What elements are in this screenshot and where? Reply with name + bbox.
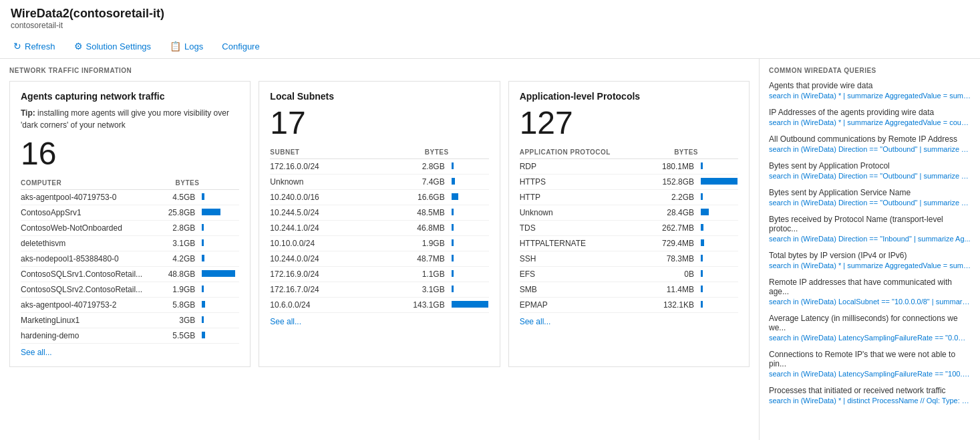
table-row: aks-agentpool-40719753-0 4.5GB [21,190,239,205]
sidebar: COMMON WIREDATA QUERIES Agents that prov… [760,59,980,440]
query-link[interactable]: search in (WireData) * | summarize Aggre… [769,118,971,126]
query-item: Average Latency (in milliseconds) for co… [769,314,971,342]
subnets-card: Local Subnets 17 SUBNET BYTES 172.16.0.0… [259,81,500,367]
table-row: 10.244.5.0/24 48.5MB [270,205,488,221]
query-link[interactable]: search in (WireData) Direction == "Outbo… [769,145,971,153]
query-title: IP Addresses of the agents providing wir… [769,108,971,117]
table-row: SMB 11.4MB [520,282,738,298]
query-link[interactable]: search in (WireData) LatencySamplingFail… [769,370,971,378]
table-row: 172.16.0.0/24 2.8GB [270,159,488,175]
query-item: All Outbound communications by Remote IP… [769,134,971,153]
main-content: NETWORK TRAFFIC INFORMATION Agents captu… [0,59,980,440]
subnets-card-title: Local Subnets [270,91,488,102]
query-link[interactable]: search in (WireData) * | distinct Proces… [769,397,971,405]
agents-table: COMPUTER BYTES aks-agentpool-40719753-0 … [21,177,239,344]
protocols-table: APPLICATION PROTOCOL BYTES RDP 180.1MB H… [520,146,738,313]
query-link[interactable]: search in (WireData) * | summarize Aggre… [769,92,971,100]
table-row: TDS 262.7MB [520,221,738,236]
table-row: Unknown 7.4GB [270,175,488,190]
subnets-count: 17 [270,107,488,139]
query-title: Total bytes by IP version (IPv4 or IPv6) [769,251,971,260]
query-link[interactable]: search in (WireData) LatencySamplingFail… [769,334,971,342]
toolbar: ↻ Refresh ⚙ Solution Settings 📋 Logs Con… [11,34,969,58]
table-row: aks-agentpool-40719753-2 5.8GB [21,298,239,313]
configure-button[interactable]: Configure [219,40,262,53]
query-link[interactable]: search in (WireData) Direction == "Outbo… [769,199,971,207]
protocols-card: Application-level Protocols 127 APPLICAT… [508,81,750,367]
query-item: Total bytes by IP version (IPv4 or IPv6)… [769,251,971,269]
refresh-icon: ↻ [13,41,21,51]
col-subnet: SUBNET [270,146,373,159]
solution-settings-button[interactable]: ⚙ Solution Settings [71,39,154,53]
table-row: 10.244.1.0/24 46.8MB [270,221,488,236]
table-row: RDP 180.1MB [520,159,738,175]
protocols-card-title: Application-level Protocols [520,91,738,102]
table-row: HTTP 2.2GB [520,190,738,205]
agents-see-all[interactable]: See all... [21,348,52,357]
subnets-see-all[interactable]: See all... [270,317,301,326]
query-link[interactable]: search in (WireData) Direction == "Outbo… [769,172,971,180]
query-item: Processes that initiated or received net… [769,386,971,405]
logs-button[interactable]: 📋 Logs [167,39,206,53]
agents-count: 16 [21,138,239,170]
gear-icon: ⚙ [74,41,83,51]
query-item: Connections to Remote IP's that we were … [769,350,971,378]
table-row: MarketingLinux1 3GB [21,313,239,328]
query-title: Remote IP addresses that have communicat… [769,278,971,296]
queries-container: Agents that provide wire data search in … [769,81,971,405]
query-title: Connections to Remote IP's that we were … [769,350,971,368]
table-row: HTTPS 152.8GB [520,175,738,190]
query-item: Bytes received by Protocol Name (transpo… [769,215,971,243]
table-row: ContosoWeb-NotOnboarded 2.8GB [21,221,239,236]
query-item: Bytes sent by Application Service Name s… [769,188,971,207]
logs-icon: 📋 [170,41,181,51]
network-section: NETWORK TRAFFIC INFORMATION Agents captu… [0,59,760,440]
col-protocol: APPLICATION PROTOCOL [520,146,647,159]
query-title: Bytes received by Protocol Name (transpo… [769,215,971,233]
page-title: WireData2(contosoretail-it) [11,7,969,21]
table-row: HTTPALTERNATE 729.4MB [520,236,738,251]
query-item: Agents that provide wire data search in … [769,81,971,100]
agents-card: Agents capturing network traffic Tip: in… [9,81,251,367]
col-bytes-protocol: BYTES [647,146,698,159]
sidebar-label: COMMON WIREDATA QUERIES [769,67,971,74]
subnets-table: SUBNET BYTES 172.16.0.0/24 2.8GB Unknown… [270,146,488,313]
query-link[interactable]: search in (WireData) LocalSubnet == "10.… [769,298,971,306]
table-row: 10.244.0.0/24 48.7MB [270,251,488,267]
query-link[interactable]: search in (WireData) Direction == "Inbou… [769,235,971,243]
table-row: 172.16.7.0/24 3.1GB [270,282,488,298]
col-bytes: BYTES [152,177,200,190]
query-item: IP Addresses of the agents providing wir… [769,108,971,126]
protocols-count: 127 [520,107,738,139]
table-row: Unknown 28.4GB [520,205,738,221]
table-row: ContosoSQLSrv2.ContosoRetail... 1.9GB [21,282,239,298]
agents-card-title: Agents capturing network traffic [21,91,239,102]
query-title: Processes that initiated or received net… [769,386,971,395]
query-item: Remote IP addresses that have communicat… [769,278,971,306]
table-row: 10.10.0.0/24 1.9GB [270,236,488,251]
agents-card-tip: Tip: installing more agents will give yo… [21,107,239,131]
table-row: ContosoSQLSrv1.ContosoRetail... 48.8GB [21,267,239,282]
query-title: All Outbound communications by Remote IP… [769,134,971,144]
table-row: EFS 0B [520,267,738,282]
col-bytes-subnet: BYTES [373,146,449,159]
table-row: deletethisvm 3.1GB [21,236,239,251]
table-row: 10.6.0.0/24 143.1GB [270,298,488,313]
table-row: ContosoAppSrv1 25.8GB [21,205,239,221]
table-row: aks-nodepool1-85388480-0 4.2GB [21,251,239,267]
query-title: Average Latency (in milliseconds) for co… [769,314,971,332]
table-row: EPMAP 132.1KB [520,298,738,313]
cards-row: Agents capturing network traffic Tip: in… [9,81,750,367]
query-title: Bytes sent by Application Service Name [769,188,971,197]
protocols-see-all[interactable]: See all... [520,317,551,326]
network-section-label: NETWORK TRAFFIC INFORMATION [9,67,750,74]
table-row: 10.240.0.0/16 16.6GB [270,190,488,205]
refresh-button[interactable]: ↻ Refresh [11,39,58,53]
header: WireData2(contosoretail-it) contosoretai… [0,0,980,59]
table-row: 172.16.9.0/24 1.1GB [270,267,488,282]
query-title: Agents that provide wire data [769,81,971,90]
table-row: SSH 78.3MB [520,251,738,267]
query-link[interactable]: search in (WireData) * | summarize Aggre… [769,261,971,269]
query-title: Bytes sent by Application Protocol [769,161,971,171]
table-row: hardening-demo 5.5GB [21,328,239,344]
